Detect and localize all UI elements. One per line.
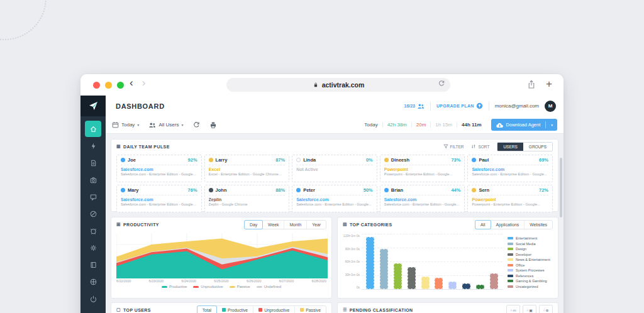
user-filter-dropdown[interactable]: All Users ▾ [148,122,183,128]
print-icon[interactable] [209,121,217,129]
team-pulse-card[interactable]: Linda0%Not Active [292,155,377,182]
toggle-groups[interactable]: GROUPS [523,143,552,151]
toggle-users[interactable]: USERS [497,143,523,151]
pulse-current-app[interactable]: Powerpoint [384,167,461,172]
filter-button[interactable]: FILTER [443,144,464,149]
zoom-window-button[interactable] [117,82,124,89]
pulse-current-app[interactable]: Salesforce.com [121,197,197,202]
tab-productive[interactable]: Productive [216,306,253,313]
minimize-window-button[interactable] [105,82,112,89]
url-bar[interactable]: activtrak.com [226,78,450,92]
sidebar-item-logbook[interactable] [85,256,101,273]
tab-applications[interactable]: Applications [491,221,525,229]
upgrade-plan-link[interactable]: UPGRADE PLAN [436,102,483,109]
lock-icon [313,81,319,89]
close-window-button[interactable] [93,82,100,89]
pulse-current-app[interactable]: Zeplin [209,197,286,202]
team-pulse-card[interactable]: Sern72%PowerpointPowerpoint - Enterprise… [467,185,553,212]
sidebar-item-report[interactable] [85,155,101,171]
time-stat[interactable]: 1h 15m [431,122,457,128]
refresh-icon[interactable] [192,121,200,129]
sort-icon [471,144,476,149]
bar-gaming-gambling[interactable] [476,285,484,289]
sidebar-item-screenshot[interactable] [85,172,101,188]
bar-developer[interactable] [408,267,416,289]
users-icon [417,103,425,109]
share-icon[interactable] [527,80,536,89]
time-stat[interactable]: 20m [412,122,431,128]
pulse-current-app[interactable]: Salesforce.com [472,167,548,172]
pulse-current-app[interactable]: Salesforce.com [296,197,373,202]
download-apps-button[interactable]: ↓▭ [506,305,520,313]
team-pulse-card[interactable]: John88%ZeplinZeplin - Google Chrome [204,185,290,212]
account-email[interactable]: monica@gmail.com [495,103,539,109]
browser-back-button[interactable]: ‹ [130,77,133,89]
time-stat[interactable]: 44h 11m [457,122,486,128]
sidebar-item-power[interactable] [85,290,101,307]
tab-passive[interactable]: Passive [294,306,326,313]
tab-unproductive[interactable]: Unproductive [253,306,294,313]
bar-entertainment[interactable] [366,237,374,289]
legend-label: Passive [237,285,250,288]
date-range-dropdown[interactable]: Today ▾ [112,121,139,128]
sort-button[interactable]: SORT [471,144,489,149]
tab-websites[interactable]: Websites [524,221,552,229]
bar-references[interactable] [462,283,470,289]
pulse-app-detail: Salesforce.com - Enterprise Edition - Go… [384,202,461,206]
pulse-card-header: Linda0% [296,157,373,165]
team-pulse-card[interactable]: Dineesh73%PowerpointPowerpoint - Enterpr… [380,155,465,182]
download-users-button[interactable]: ↓▣ [523,305,536,313]
time-stat[interactable]: Today [360,122,382,128]
status-dot-icon [472,188,476,192]
tab-year[interactable]: Year [306,221,326,229]
pulse-current-app[interactable]: Not Active [296,167,373,172]
legend-item: Entertainment [508,236,550,240]
license-count[interactable]: 16/23 [404,103,425,109]
team-pulse-card[interactable]: Paul69%Salesforce.comSalesforce.com - En… [467,155,553,182]
sidebar-item-settings[interactable] [85,239,101,256]
pulse-current-app[interactable]: Powerpoint [472,197,548,202]
team-pulse-card[interactable]: Larry87%ExcelExcel - Enterprise Edition … [204,155,290,182]
bar-office[interactable] [435,278,443,289]
avatar[interactable]: M [545,101,556,112]
team-pulse-card[interactable]: Joe92%Salesforce.comSalesforce.com - Ent… [116,155,202,182]
sidebar-item-home[interactable] [85,121,101,137]
tab-all[interactable]: All [475,220,491,229]
download-agent-button[interactable]: Download Agent ▾ [491,119,557,131]
upgrade-arrow-icon [476,102,483,109]
team-pulse-card[interactable]: Peter50%Salesforce.comSalesforce.com - E… [292,185,377,212]
pulse-card-header: Brian44% [384,187,461,195]
sidebar-item-target[interactable] [85,273,101,290]
bar-news-entertainment[interactable] [421,277,430,289]
tab-total[interactable]: Total [197,305,217,313]
bar-system-processes[interactable] [448,282,457,289]
browser-forward-button[interactable]: › [142,77,146,89]
list-icon: ☰ [343,307,347,312]
tab-week[interactable]: Week [262,221,284,229]
time-stat[interactable]: 42h 38m [383,122,412,128]
pulse-current-app[interactable]: Salesforce.com [384,197,461,202]
chevron-down-icon[interactable]: ▾ [548,123,553,127]
new-tab-button[interactable]: + [546,78,552,91]
activtrak-logo[interactable] [80,96,106,116]
download-websites-button[interactable]: ↓⊕ [539,305,553,313]
tab-month[interactable]: Month [284,221,306,229]
sidebar-item-activity[interactable] [85,138,101,154]
legend-label: Social Media [516,242,536,246]
bar-uncategorized[interactable] [490,273,498,289]
pulse-current-app[interactable]: Salesforce.com [121,167,197,172]
team-pulse-card[interactable]: Brian44%Salesforce.comSalesforce.com - E… [380,185,465,212]
pulse-current-app[interactable]: Excel [209,167,286,172]
team-pulse-card[interactable]: Mary76%Salesforce.comSalesforce.com - En… [116,185,202,212]
tab-day[interactable]: Day [244,220,263,229]
dashboard-toolbar: Today ▾ All Users ▾ [106,116,564,134]
sidebar-item-alarm[interactable] [85,222,101,239]
scrollbar[interactable] [560,158,562,217]
sidebar-item-blocking[interactable] [85,206,101,222]
bar-design[interactable] [394,263,402,289]
reload-icon[interactable] [438,80,445,87]
sidebar-item-alerts-chat[interactable] [85,189,101,205]
status-dot-icon [209,188,213,192]
pulse-app-detail: Powerpoint - Enterprise Edition - Google… [472,202,548,206]
bar-social-media[interactable] [380,249,388,289]
